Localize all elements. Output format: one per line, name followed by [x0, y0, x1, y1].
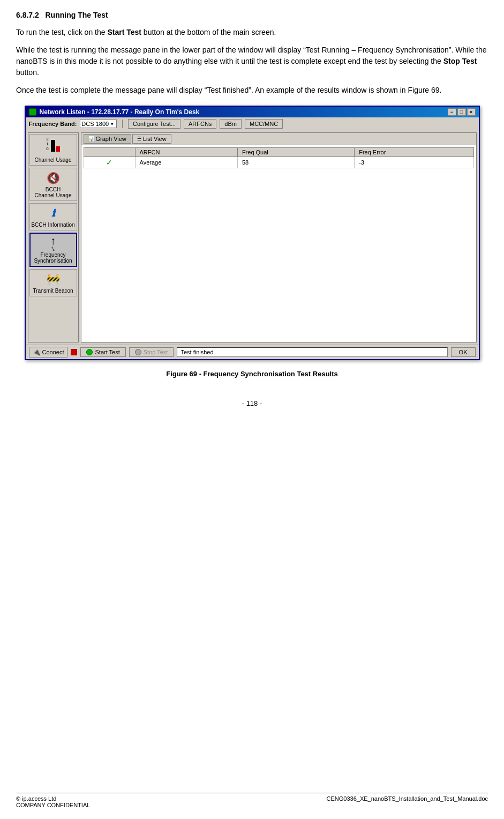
toolbar-row: Frequency Band: DCS 1800 ▼ Configure Tes…	[26, 117, 479, 130]
ok-button[interactable]: OK	[451, 347, 476, 357]
channel-usage-chart: 2 1 0	[37, 137, 69, 156]
sidebar-item-bcch-information[interactable]: ℹ BCCH Information	[29, 203, 77, 230]
row-arfcn: Average	[135, 157, 237, 168]
col-header-check	[84, 148, 135, 157]
sidebar-label-bcch-channel-usage: BCCHChannel Usage	[35, 187, 72, 198]
titlebar-left: Network Listen - 172.28.17.77 - Really O…	[29, 108, 200, 116]
row-freq-error: -3	[355, 157, 473, 168]
results-table: ARFCN Freq Qual Freq Error ✓ Average 58 …	[84, 147, 474, 168]
row-check: ✓	[84, 157, 135, 168]
list-icon: ☰	[137, 136, 141, 142]
main-content-area: 📊 Graph View ☰ List View ARFCN Freq Qual	[81, 132, 477, 343]
tab-list-view[interactable]: ☰ List View	[132, 134, 171, 144]
view-tabs: 📊 Graph View ☰ List View	[81, 133, 476, 145]
paragraph-1: To run the test, click on the Start Test…	[16, 27, 488, 38]
arfcns-button[interactable]: ARFCNs	[184, 119, 216, 129]
tab-graph-view[interactable]: 📊 Graph View	[84, 134, 131, 144]
page-number: - 118 -	[16, 399, 488, 407]
figure-caption: Figure 69 - Frequency Synchronisation Te…	[16, 370, 488, 378]
sidebar-label-bcch-information: BCCH Information	[31, 222, 74, 228]
window-titlebar: Network Listen - 172.28.17.77 - Really O…	[26, 107, 479, 117]
col-header-freq-qual: Freq Qual	[237, 148, 354, 157]
close-button[interactable]: ×	[467, 108, 476, 116]
copyright: © ip.access Ltd	[16, 795, 90, 802]
freq-band-label: Frequency Band:	[29, 121, 77, 127]
frequency-sync-icon: ↑ fs	[46, 236, 61, 251]
sidebar-item-bcch-channel-usage[interactable]: 🔇 BCCHChannel Usage	[29, 168, 77, 201]
row-freq-qual: 58	[237, 157, 354, 168]
stop-test-button[interactable]: Stop Test	[129, 347, 174, 357]
minimize-button[interactable]: −	[448, 108, 456, 116]
info-icon: ℹ	[46, 206, 61, 221]
sidebar-label-channel-usage: Channel Usage	[35, 157, 72, 163]
mcc-mnc-button[interactable]: MCC/MNC	[245, 119, 283, 129]
stop-indicator	[71, 349, 77, 355]
window-title: Network Listen - 172.28.17.77 - Really O…	[40, 108, 200, 116]
col-header-freq-error: Freq Error	[355, 148, 473, 157]
stop-icon	[135, 349, 141, 355]
cone-icon: 🚧	[46, 272, 61, 287]
paragraph-3: Once the test is complete the message pa…	[16, 85, 488, 96]
maximize-button[interactable]: □	[457, 108, 466, 116]
footer-right: CENG0336_XE_nanoBTS_Installation_and_Tes…	[327, 795, 488, 808]
list-view-content: ARFCN Freq Qual Freq Error ✓ Average 58 …	[81, 145, 476, 170]
sidebar-label-transmit-beacon: Transmit Beacon	[33, 288, 73, 294]
company-name: COMPANY CONFIDENTIAL	[16, 802, 90, 808]
start-icon	[86, 349, 93, 355]
window-app-icon	[29, 108, 36, 116]
graph-view-label: Graph View	[96, 136, 126, 142]
section-title: Running The Test	[41, 11, 108, 19]
network-listen-window: Network Listen - 172.28.17.77 - Really O…	[25, 106, 480, 360]
window-body: 2 1 0 Channel Usage 🔇 BCCHChanne	[26, 130, 479, 345]
freq-band-select[interactable]: DCS 1800 ▼	[80, 120, 117, 128]
sidebar-item-channel-usage[interactable]: 2 1 0 Channel Usage	[29, 134, 77, 166]
speaker-icon: 🔇	[46, 170, 61, 185]
separator	[122, 120, 123, 128]
data-display-area	[81, 170, 476, 342]
graph-icon: 📊	[88, 136, 94, 142]
sidebar-item-transmit-beacon[interactable]: 🚧 Transmit Beacon	[29, 269, 77, 296]
sidebar-panel: 2 1 0 Channel Usage 🔇 BCCHChanne	[28, 132, 79, 343]
connect-button[interactable]: 🔌 Connect	[29, 347, 68, 358]
footer: © ip.access Ltd COMPANY CONFIDENTIAL CEN…	[16, 793, 488, 808]
list-view-label: List View	[143, 136, 167, 142]
sidebar-item-frequency-synchronisation[interactable]: ↑ fs FrequencySynchronisation	[29, 233, 77, 267]
status-text: Test finished	[177, 347, 447, 357]
footer-left: © ip.access Ltd COMPANY CONFIDENTIAL	[16, 795, 90, 808]
connect-label: Connect	[42, 349, 64, 355]
stop-test-label: Stop Test	[144, 349, 168, 355]
start-test-button[interactable]: Start Test	[80, 347, 125, 357]
start-test-label: Start Test	[95, 349, 119, 355]
paragraph-2: While the test is running the message pa…	[16, 44, 488, 78]
connect-icon: 🔌	[33, 348, 41, 356]
dbm-button[interactable]: dBm	[220, 119, 242, 129]
table-row: ✓ Average 58 -3	[84, 157, 473, 168]
section-number: 6.8.7.2	[16, 11, 39, 19]
window-statusbar: 🔌 Connect Start Test Stop Test Test fini…	[26, 345, 479, 359]
configure-test-button[interactable]: Configure Test...	[128, 119, 180, 129]
col-header-arfcn: ARFCN	[135, 148, 237, 157]
titlebar-controls[interactable]: − □ ×	[448, 108, 476, 116]
sidebar-label-frequency-synchronisation: FrequencySynchronisation	[34, 252, 72, 264]
